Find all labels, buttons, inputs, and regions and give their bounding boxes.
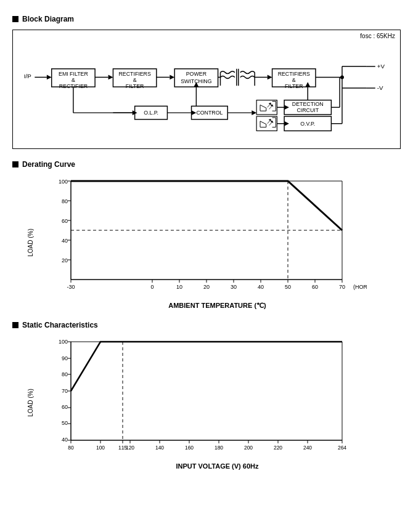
svg-text:180: 180 (215, 445, 223, 451)
svg-text:70: 70 (62, 388, 68, 394)
derating-curve-title: Derating Curve (22, 160, 75, 169)
svg-text:+V: +V (377, 63, 385, 70)
svg-text:(HORIZONTAL): (HORIZONTAL) (353, 284, 367, 290)
static-char-title: Static Characteristics (22, 321, 98, 329)
svg-text:40: 40 (62, 238, 68, 244)
svg-text:20: 20 (203, 284, 210, 290)
svg-text:FILTER: FILTER (126, 83, 144, 89)
block-diagram-title: Block Diagram (22, 15, 74, 23)
section-icon (12, 322, 18, 328)
svg-text:-30: -30 (67, 284, 75, 290)
svg-text:264: 264 (338, 445, 346, 451)
svg-text:RECTIFIERS: RECTIFIERS (278, 71, 310, 77)
svg-marker-81 (284, 121, 289, 126)
svg-marker-44 (192, 110, 197, 115)
svg-text:O.V.P.: O.V.P. (300, 121, 315, 127)
block-diagram-header: Block Diagram (12, 15, 401, 23)
svg-text:40: 40 (258, 284, 264, 290)
svg-text:70: 70 (339, 284, 345, 290)
svg-line-63 (260, 121, 266, 124)
derating-y-label: LOAD (%) (27, 228, 34, 257)
static-char-header: Static Characteristics (12, 321, 401, 329)
svg-text:60: 60 (312, 284, 318, 290)
svg-text:0: 0 (150, 284, 153, 290)
svg-marker-55 (269, 103, 272, 105)
svg-text:90: 90 (62, 355, 68, 361)
fosc-label: fosc : 65KHz (360, 33, 395, 39)
svg-text:60: 60 (62, 404, 68, 410)
section-icon (12, 161, 18, 167)
derating-x-label: AMBIENT TEMPERATURE (℃) (46, 302, 388, 310)
svg-text:POWER: POWER (186, 71, 206, 77)
svg-text:80: 80 (68, 445, 74, 451)
svg-marker-2 (47, 75, 52, 80)
svg-marker-79 (284, 105, 289, 110)
svg-line-51 (260, 105, 266, 108)
static-characteristics-section: LOAD (%) 100 90 80 70 60 50 40 (12, 336, 401, 470)
static-y-label: LOAD (%) (27, 389, 34, 417)
svg-text:20: 20 (62, 257, 68, 264)
svg-text:50: 50 (285, 284, 291, 290)
svg-marker-69 (271, 121, 274, 123)
svg-marker-14 (170, 75, 174, 80)
svg-text:240: 240 (303, 445, 312, 451)
svg-text:O.L.P.: O.L.P. (144, 110, 158, 116)
svg-text:&: & (133, 77, 137, 83)
svg-rect-49 (256, 100, 277, 115)
svg-marker-48 (251, 110, 256, 115)
svg-rect-61 (256, 116, 277, 131)
static-chart-svg: 100 90 80 70 60 50 40 80 100 115 (46, 336, 367, 459)
svg-text:10: 10 (176, 284, 182, 290)
svg-text:120: 120 (126, 445, 134, 451)
svg-marker-57 (271, 104, 274, 107)
svg-text:220: 220 (274, 445, 282, 451)
svg-text:&: & (72, 77, 75, 83)
svg-text:I/P: I/P (24, 73, 31, 79)
derating-chart-svg: 100 80 60 40 20 -30 0 10 20 (46, 175, 367, 298)
derating-curve-header: Derating Curve (12, 160, 401, 169)
svg-marker-24 (268, 75, 272, 80)
svg-text:EMI FILTER: EMI FILTER (59, 71, 88, 77)
svg-marker-83 (305, 82, 310, 87)
svg-text:80: 80 (62, 198, 68, 204)
svg-text:-V: -V (377, 84, 383, 91)
svg-text:DETECTION: DETECTION (292, 101, 324, 107)
svg-text:140: 140 (155, 445, 164, 451)
block-diagram-area: fosc : 65KHz I/P EMI FILTER & RECTIFIER … (12, 30, 401, 149)
svg-text:30: 30 (231, 284, 237, 290)
svg-text:FILTER: FILTER (285, 83, 303, 89)
svg-text:80: 80 (62, 371, 68, 377)
svg-text:CIRCUIT: CIRCUIT (296, 107, 319, 113)
svg-text:160: 160 (185, 445, 194, 451)
svg-text:40: 40 (62, 437, 68, 443)
svg-text:60: 60 (62, 218, 68, 224)
svg-text:100: 100 (96, 445, 105, 451)
svg-marker-8 (108, 75, 113, 80)
section-icon (12, 16, 18, 22)
svg-text:RECTIFIERS: RECTIFIERS (118, 71, 150, 77)
block-diagram-svg: I/P EMI FILTER & RECTIFIER RECTIFIERS & … (17, 34, 396, 145)
svg-text:CONTROL: CONTROL (196, 110, 223, 116)
svg-marker-67 (269, 119, 272, 121)
svg-text:50: 50 (62, 420, 68, 426)
static-x-label: INPUT VOLTAGE (V) 60Hz (46, 462, 388, 470)
svg-text:&: & (292, 77, 296, 83)
derating-curve-section: LOAD (%) 100 80 60 40 20 (12, 175, 401, 310)
svg-text:100: 100 (59, 179, 68, 185)
svg-text:200: 200 (244, 445, 253, 451)
svg-text:100: 100 (59, 339, 68, 345)
